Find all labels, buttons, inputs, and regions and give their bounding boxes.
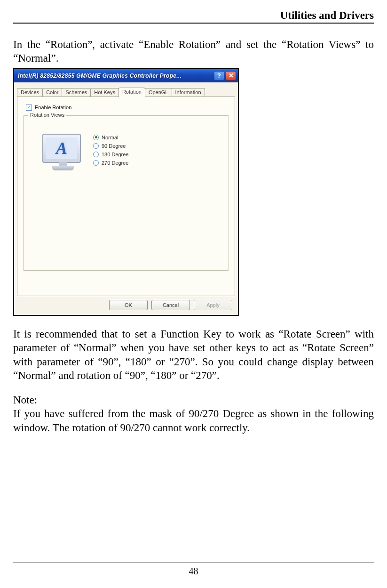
recommendation-paragraph: It is recommended that to set a Function…	[13, 327, 374, 383]
page-header: Utilities and Drivers	[13, 9, 374, 24]
help-icon: ?	[217, 72, 221, 79]
enable-rotation-label: Enable Rotation	[35, 105, 71, 110]
tab-rotation[interactable]: Rotation	[118, 88, 145, 97]
tab-devices[interactable]: Devices	[17, 88, 43, 97]
radio-normal-label: Normal	[102, 135, 118, 140]
page-number: 48	[189, 566, 198, 576]
tab-color[interactable]: Color	[42, 88, 62, 97]
note-label: Note:	[13, 393, 374, 407]
close-icon: ✕	[229, 72, 234, 79]
rotation-radio-group: Normal 90 Degree 180 Degree	[93, 134, 129, 170]
tab-information[interactable]: Information	[172, 88, 205, 97]
tab-opengl[interactable]: OpenGL	[145, 88, 172, 97]
checkmark-icon: ✓	[27, 105, 31, 110]
radio-180-label: 180 Degree	[102, 152, 129, 157]
note-body: If you have suffered from the mask of 90…	[13, 407, 374, 435]
header-title: Utilities and Drivers	[280, 9, 374, 21]
radio-180-row[interactable]: 180 Degree	[93, 152, 129, 157]
radio-270[interactable]	[93, 160, 99, 166]
radio-270-row[interactable]: 270 Degree	[93, 160, 129, 166]
ok-button[interactable]: OK	[109, 300, 148, 310]
tab-hotkeys[interactable]: Hot Keys	[90, 88, 119, 97]
dialog-title: Intel(R) 82852/82855 GM/GME Graphics Con…	[18, 72, 214, 79]
rotation-views-group: Rotation Views A	[23, 115, 229, 271]
monitor-preview-icon: A	[42, 134, 84, 170]
rotation-tab-panel: ✓ Enable Rotation Rotation Views A	[17, 97, 235, 296]
graphics-controller-dialog: Intel(R) 82852/82855 GM/GME Graphics Con…	[14, 69, 238, 315]
dialog-client-area: Devices Color Schemes Hot Keys Rotation …	[14, 82, 238, 315]
help-button[interactable]: ?	[214, 71, 224, 81]
tab-schemes[interactable]: Schemes	[62, 88, 91, 97]
tab-strip: Devices Color Schemes Hot Keys Rotation …	[17, 86, 235, 97]
page-footer: 48	[13, 563, 374, 577]
close-button[interactable]: ✕	[226, 71, 236, 81]
radio-180[interactable]	[93, 152, 99, 157]
dialog-titlebar: Intel(R) 82852/82855 GM/GME Graphics Con…	[14, 69, 238, 82]
radio-270-label: 270 Degree	[102, 160, 129, 166]
dialog-screenshot-frame: Intel(R) 82852/82855 GM/GME Graphics Con…	[13, 68, 239, 316]
cancel-button[interactable]: Cancel	[151, 300, 190, 310]
rotation-views-legend: Rotation Views	[28, 112, 66, 118]
radio-90[interactable]	[93, 143, 99, 149]
radio-90-row[interactable]: 90 Degree	[93, 143, 129, 149]
monitor-letter: A	[56, 138, 67, 158]
radio-normal-row[interactable]: Normal	[93, 135, 129, 140]
radio-90-label: 90 Degree	[102, 143, 126, 149]
dialog-button-row: OK Cancel Apply	[17, 296, 235, 311]
intro-paragraph: In the “Rotation”, activate “Enable Rota…	[13, 38, 374, 65]
radio-normal[interactable]	[93, 135, 99, 140]
apply-button[interactable]: Apply	[194, 300, 232, 310]
enable-rotation-checkbox[interactable]: ✓	[26, 105, 32, 111]
